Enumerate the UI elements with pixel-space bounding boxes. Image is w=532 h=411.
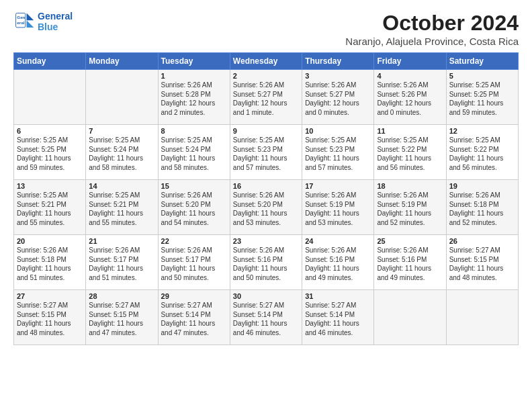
- day-info: Sunrise: 5:25 AM Sunset: 5:24 PM Dayligh…: [161, 136, 227, 172]
- day-info: Sunrise: 5:25 AM Sunset: 5:21 PM Dayligh…: [89, 191, 154, 227]
- day-info: Sunrise: 5:26 AM Sunset: 5:19 PM Dayligh…: [377, 191, 443, 227]
- calendar-cell: 20Sunrise: 5:26 AM Sunset: 5:18 PM Dayli…: [14, 235, 86, 290]
- day-info: Sunrise: 5:26 AM Sunset: 5:19 PM Dayligh…: [305, 191, 371, 227]
- day-info: Sunrise: 5:26 AM Sunset: 5:16 PM Dayligh…: [305, 246, 371, 282]
- col-header-wednesday: Wednesday: [230, 53, 302, 70]
- calendar-cell: [374, 290, 446, 345]
- calendar-cell: 17Sunrise: 5:26 AM Sunset: 5:19 PM Dayli…: [302, 180, 374, 235]
- calendar-cell: 9Sunrise: 5:25 AM Sunset: 5:23 PM Daylig…: [230, 125, 302, 180]
- calendar-cell: 31Sunrise: 5:27 AM Sunset: 5:14 PM Dayli…: [302, 290, 374, 345]
- calendar-cell: 16Sunrise: 5:26 AM Sunset: 5:20 PM Dayli…: [230, 180, 302, 235]
- week-row-2: 13Sunrise: 5:25 AM Sunset: 5:21 PM Dayli…: [14, 180, 519, 235]
- day-number: 4: [377, 72, 443, 80]
- calendar-cell: 12Sunrise: 5:25 AM Sunset: 5:22 PM Dayli…: [446, 125, 518, 180]
- col-header-sunday: Sunday: [14, 53, 86, 70]
- day-info: Sunrise: 5:27 AM Sunset: 5:14 PM Dayligh…: [161, 301, 227, 337]
- col-header-tuesday: Tuesday: [158, 53, 230, 70]
- day-info: Sunrise: 5:25 AM Sunset: 5:23 PM Dayligh…: [233, 136, 299, 172]
- day-number: 22: [161, 237, 227, 245]
- col-header-thursday: Thursday: [302, 53, 374, 70]
- calendar-cell: 23Sunrise: 5:26 AM Sunset: 5:16 PM Dayli…: [230, 235, 302, 290]
- calendar-cell: 11Sunrise: 5:25 AM Sunset: 5:22 PM Dayli…: [374, 125, 446, 180]
- day-info: Sunrise: 5:26 AM Sunset: 5:18 PM Dayligh…: [17, 246, 83, 282]
- calendar-cell: 29Sunrise: 5:27 AM Sunset: 5:14 PM Dayli…: [158, 290, 230, 345]
- header-row: Gen eral General Blue October 2024 Naran…: [13, 11, 519, 47]
- day-number: 24: [305, 237, 371, 245]
- calendar-cell: 27Sunrise: 5:27 AM Sunset: 5:15 PM Dayli…: [14, 290, 86, 345]
- day-info: Sunrise: 5:26 AM Sunset: 5:26 PM Dayligh…: [377, 81, 443, 117]
- day-info: Sunrise: 5:25 AM Sunset: 5:22 PM Dayligh…: [377, 136, 443, 172]
- calendar-cell: 8Sunrise: 5:25 AM Sunset: 5:24 PM Daylig…: [158, 125, 230, 180]
- week-row-3: 20Sunrise: 5:26 AM Sunset: 5:18 PM Dayli…: [14, 235, 519, 290]
- day-number: 19: [449, 182, 515, 190]
- day-info: Sunrise: 5:26 AM Sunset: 5:27 PM Dayligh…: [305, 81, 371, 117]
- calendar-cell: 25Sunrise: 5:26 AM Sunset: 5:16 PM Dayli…: [374, 235, 446, 290]
- day-number: 15: [161, 182, 227, 190]
- calendar-cell: 19Sunrise: 5:26 AM Sunset: 5:18 PM Dayli…: [446, 180, 518, 235]
- calendar-cell: 1Sunrise: 5:26 AM Sunset: 5:28 PM Daylig…: [158, 70, 230, 125]
- day-info: Sunrise: 5:25 AM Sunset: 5:25 PM Dayligh…: [449, 81, 515, 117]
- calendar-cell: 30Sunrise: 5:27 AM Sunset: 5:14 PM Dayli…: [230, 290, 302, 345]
- day-info: Sunrise: 5:25 AM Sunset: 5:23 PM Dayligh…: [305, 136, 371, 172]
- title-block: October 2024 Naranjo, Alajuela Province,…: [345, 11, 519, 47]
- day-info: Sunrise: 5:26 AM Sunset: 5:16 PM Dayligh…: [377, 246, 443, 282]
- day-info: Sunrise: 5:26 AM Sunset: 5:20 PM Dayligh…: [161, 191, 227, 227]
- week-row-4: 27Sunrise: 5:27 AM Sunset: 5:15 PM Dayli…: [14, 290, 519, 345]
- calendar-cell: 22Sunrise: 5:26 AM Sunset: 5:17 PM Dayli…: [158, 235, 230, 290]
- calendar-cell: 21Sunrise: 5:26 AM Sunset: 5:17 PM Dayli…: [86, 235, 158, 290]
- calendar-cell: 15Sunrise: 5:26 AM Sunset: 5:20 PM Dayli…: [158, 180, 230, 235]
- calendar-cell: 2Sunrise: 5:26 AM Sunset: 5:27 PM Daylig…: [230, 70, 302, 125]
- day-number: 23: [233, 237, 299, 245]
- calendar-cell: 5Sunrise: 5:25 AM Sunset: 5:25 PM Daylig…: [446, 70, 518, 125]
- day-info: Sunrise: 5:27 AM Sunset: 5:15 PM Dayligh…: [89, 301, 154, 337]
- page: Gen eral General Blue October 2024 Naran…: [0, 0, 532, 411]
- day-info: Sunrise: 5:26 AM Sunset: 5:17 PM Dayligh…: [89, 246, 154, 282]
- day-number: 1: [161, 72, 227, 80]
- day-info: Sunrise: 5:27 AM Sunset: 5:15 PM Dayligh…: [449, 246, 515, 282]
- logo: Gen eral General Blue: [13, 11, 73, 32]
- day-number: 11: [377, 127, 443, 135]
- calendar-cell: 10Sunrise: 5:25 AM Sunset: 5:23 PM Dayli…: [302, 125, 374, 180]
- day-number: 20: [17, 237, 83, 245]
- day-number: 21: [89, 237, 154, 245]
- calendar-cell: 18Sunrise: 5:26 AM Sunset: 5:19 PM Dayli…: [374, 180, 446, 235]
- day-number: 16: [233, 182, 299, 190]
- day-number: 18: [377, 182, 443, 190]
- day-number: 14: [89, 182, 154, 190]
- day-number: 6: [17, 127, 83, 135]
- day-info: Sunrise: 5:27 AM Sunset: 5:14 PM Dayligh…: [233, 301, 299, 337]
- day-info: Sunrise: 5:26 AM Sunset: 5:27 PM Dayligh…: [233, 81, 299, 117]
- main-title: October 2024: [345, 11, 519, 36]
- day-number: 28: [89, 292, 154, 300]
- day-number: 26: [449, 237, 515, 245]
- calendar-cell: 24Sunrise: 5:26 AM Sunset: 5:16 PM Dayli…: [302, 235, 374, 290]
- day-info: Sunrise: 5:27 AM Sunset: 5:15 PM Dayligh…: [17, 301, 83, 337]
- day-number: 30: [233, 292, 299, 300]
- calendar-cell: 4Sunrise: 5:26 AM Sunset: 5:26 PM Daylig…: [374, 70, 446, 125]
- calendar-cell: [14, 70, 86, 125]
- day-info: Sunrise: 5:26 AM Sunset: 5:20 PM Dayligh…: [233, 191, 299, 227]
- day-info: Sunrise: 5:25 AM Sunset: 5:22 PM Dayligh…: [449, 136, 515, 172]
- day-number: 17: [305, 182, 371, 190]
- calendar-cell: 6Sunrise: 5:25 AM Sunset: 5:25 PM Daylig…: [14, 125, 86, 180]
- day-number: 8: [161, 127, 227, 135]
- day-number: 25: [377, 237, 443, 245]
- calendar-cell: [86, 70, 158, 125]
- day-number: 7: [89, 127, 154, 135]
- day-number: 3: [305, 72, 371, 80]
- day-number: 27: [17, 292, 83, 300]
- day-info: Sunrise: 5:25 AM Sunset: 5:24 PM Dayligh…: [89, 136, 154, 172]
- day-number: 9: [233, 127, 299, 135]
- day-number: 13: [17, 182, 83, 190]
- col-header-monday: Monday: [86, 53, 158, 70]
- col-header-friday: Friday: [374, 53, 446, 70]
- svg-text:eral: eral: [17, 20, 24, 25]
- svg-text:Gen: Gen: [17, 15, 25, 19]
- header-row-table: SundayMondayTuesdayWednesdayThursdayFrid…: [14, 53, 519, 70]
- day-number: 31: [305, 292, 371, 300]
- day-number: 12: [449, 127, 515, 135]
- day-info: Sunrise: 5:26 AM Sunset: 5:16 PM Dayligh…: [233, 246, 299, 282]
- day-number: 5: [449, 72, 515, 80]
- day-info: Sunrise: 5:25 AM Sunset: 5:21 PM Dayligh…: [17, 191, 83, 227]
- calendar-cell: 14Sunrise: 5:25 AM Sunset: 5:21 PM Dayli…: [86, 180, 158, 235]
